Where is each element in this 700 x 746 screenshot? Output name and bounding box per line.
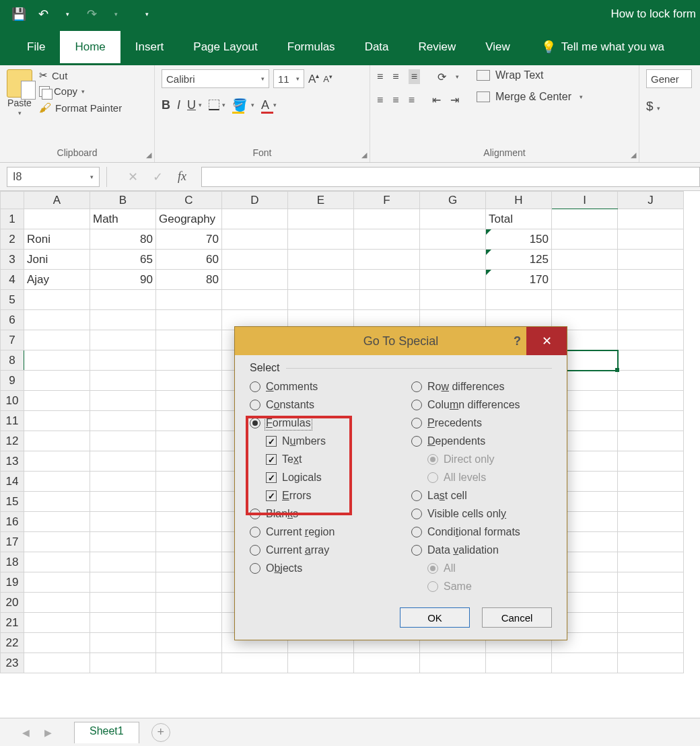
align-top-icon[interactable]: ≡ bbox=[377, 71, 383, 83]
align-middle-icon[interactable]: ≡ bbox=[392, 71, 398, 83]
row-header[interactable]: 12 bbox=[1, 431, 24, 451]
cell[interactable] bbox=[156, 552, 222, 572]
option-column-differences[interactable]: Column differences bbox=[411, 399, 520, 411]
cell[interactable] bbox=[288, 250, 354, 270]
align-right-icon[interactable]: ≡ bbox=[409, 94, 415, 106]
bold-button[interactable]: B bbox=[162, 98, 170, 112]
cell[interactable] bbox=[24, 552, 90, 572]
cell[interactable] bbox=[90, 492, 156, 512]
cell[interactable] bbox=[420, 653, 486, 673]
cell[interactable] bbox=[90, 391, 156, 411]
cell[interactable] bbox=[618, 290, 684, 310]
insert-function-icon[interactable]: fx bbox=[178, 170, 186, 184]
cell[interactable] bbox=[90, 431, 156, 451]
cell[interactable] bbox=[552, 209, 618, 229]
cell[interactable] bbox=[222, 209, 288, 229]
cell[interactable] bbox=[156, 451, 222, 472]
cell[interactable] bbox=[90, 572, 156, 593]
row-header[interactable]: 14 bbox=[1, 472, 24, 492]
row-header[interactable]: 18 bbox=[1, 552, 24, 572]
underline-button[interactable]: U bbox=[187, 98, 196, 112]
format-painter-button[interactable]: 🖌Format Painter bbox=[39, 101, 122, 115]
cell[interactable] bbox=[90, 532, 156, 552]
tell-me-search[interactable]: 💡 Tell me what you wa bbox=[541, 40, 664, 54]
align-left-icon[interactable]: ≡ bbox=[377, 94, 383, 106]
copy-button[interactable]: Copy▾ bbox=[39, 85, 122, 97]
cell[interactable] bbox=[486, 290, 552, 310]
row-header[interactable]: 2 bbox=[1, 229, 24, 250]
increase-font-icon[interactable]: A▴ bbox=[308, 72, 319, 86]
tab-review[interactable]: Review bbox=[404, 31, 471, 63]
cell[interactable] bbox=[618, 492, 684, 512]
cell[interactable] bbox=[420, 250, 486, 270]
row-header[interactable]: 7 bbox=[1, 330, 24, 350]
font-dialog-launcher-icon[interactable]: ◢ bbox=[361, 151, 367, 159]
cell[interactable] bbox=[90, 451, 156, 472]
sheet-prev-icon[interactable]: ◀ bbox=[22, 727, 30, 738]
cut-button[interactable]: ✂Cut bbox=[39, 69, 122, 81]
cell[interactable] bbox=[618, 371, 684, 391]
tab-data[interactable]: Data bbox=[350, 31, 404, 63]
increase-indent-icon[interactable]: ⇥ bbox=[450, 94, 459, 106]
cell[interactable]: Geography bbox=[156, 209, 222, 229]
sheet-next-icon[interactable]: ▶ bbox=[44, 727, 52, 738]
option-blanks[interactable]: Blanks bbox=[250, 508, 391, 520]
cell[interactable] bbox=[618, 552, 684, 572]
cell[interactable] bbox=[156, 633, 222, 653]
accounting-format-button[interactable]: $ ▾ bbox=[646, 99, 687, 114]
option-comments[interactable]: Comments bbox=[250, 381, 391, 393]
cell[interactable] bbox=[24, 492, 90, 512]
cell[interactable] bbox=[156, 572, 222, 593]
cell[interactable] bbox=[288, 653, 354, 673]
cell[interactable] bbox=[288, 229, 354, 250]
cancel-formula-icon[interactable]: ✕ bbox=[128, 170, 138, 184]
cell[interactable] bbox=[156, 431, 222, 451]
cell[interactable]: Math bbox=[90, 209, 156, 229]
column-header[interactable]: H bbox=[486, 192, 552, 209]
cell[interactable]: 60 bbox=[156, 250, 222, 270]
orientation-icon[interactable]: ⟳ bbox=[438, 71, 446, 83]
cancel-button[interactable]: Cancel bbox=[482, 607, 552, 628]
undo-icon[interactable]: ↶ bbox=[32, 3, 54, 25]
cell[interactable] bbox=[90, 512, 156, 532]
cell[interactable] bbox=[354, 653, 420, 673]
cell[interactable] bbox=[354, 250, 420, 270]
cell[interactable] bbox=[90, 653, 156, 673]
cell[interactable] bbox=[618, 532, 684, 552]
cell[interactable] bbox=[618, 593, 684, 613]
tab-formulas[interactable]: Formulas bbox=[273, 31, 350, 63]
cell[interactable]: Ajay bbox=[24, 270, 90, 290]
cell[interactable]: 90 bbox=[90, 270, 156, 290]
qat-customize-icon[interactable]: ▾ bbox=[136, 3, 158, 25]
cell[interactable] bbox=[222, 270, 288, 290]
cell[interactable] bbox=[618, 411, 684, 431]
tab-file[interactable]: File bbox=[12, 31, 60, 63]
font-name-combo[interactable]: Calibri▾ bbox=[162, 69, 269, 88]
option-current-region[interactable]: Current region bbox=[250, 526, 391, 538]
cell[interactable] bbox=[354, 290, 420, 310]
cell[interactable] bbox=[24, 653, 90, 673]
option-conditional-formats[interactable]: Conditional formats bbox=[411, 526, 520, 538]
cell[interactable]: 70 bbox=[156, 229, 222, 250]
tab-insert[interactable]: Insert bbox=[120, 31, 179, 63]
formula-input[interactable] bbox=[201, 167, 700, 187]
cell[interactable] bbox=[618, 451, 684, 472]
option-formulas[interactable]: Formulas bbox=[250, 417, 391, 429]
cell[interactable] bbox=[90, 613, 156, 633]
cell[interactable]: 125 bbox=[486, 250, 552, 270]
cell[interactable] bbox=[618, 350, 684, 371]
cell[interactable] bbox=[552, 229, 618, 250]
row-header[interactable]: 1 bbox=[1, 209, 24, 229]
tab-page-layout[interactable]: Page Layout bbox=[178, 31, 272, 63]
number-format-combo[interactable]: Gener bbox=[646, 69, 692, 88]
cell[interactable] bbox=[24, 371, 90, 391]
row-header[interactable]: 5 bbox=[1, 290, 24, 310]
cell[interactable] bbox=[156, 613, 222, 633]
cell[interactable] bbox=[156, 391, 222, 411]
cell[interactable] bbox=[354, 270, 420, 290]
cell[interactable] bbox=[156, 472, 222, 492]
cell[interactable] bbox=[618, 209, 684, 229]
option-last-cell[interactable]: Last cell bbox=[411, 490, 520, 502]
column-header[interactable]: I bbox=[552, 192, 618, 209]
cell[interactable] bbox=[90, 593, 156, 613]
